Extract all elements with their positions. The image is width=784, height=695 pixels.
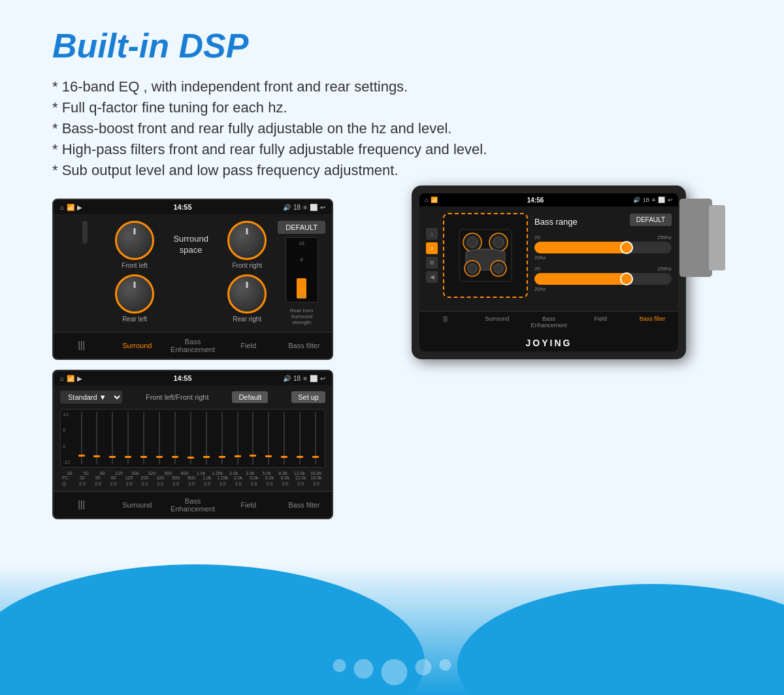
q-val-2: 2.0 <box>106 481 121 486</box>
screen1-right-icons: 🔊 18 ≡ ⬜ ↩ <box>283 204 325 211</box>
device-bracket <box>679 199 712 277</box>
bottom-dots <box>333 659 451 685</box>
knob-rear-left-dial[interactable] <box>115 274 154 314</box>
eq-fader-0[interactable] <box>74 412 89 464</box>
tab-field-1[interactable]: Field <box>221 332 276 359</box>
eq-preset-dropdown[interactable]: Standard ▼ <box>60 391 122 404</box>
d-tab-eq[interactable]: ||| <box>419 312 471 332</box>
knob-rear-right-dial[interactable] <box>227 274 267 314</box>
fc-label-15: 16.0k <box>308 471 323 476</box>
feature-2: * Full q-factor fine tuning for each hz. <box>52 99 745 116</box>
tab-bass-enhancement-2-label: BassEnhancement <box>171 497 215 513</box>
home-icon: ⌂ <box>60 204 64 211</box>
bass-nav-icons: ⌂ ♪ ⚙ ◀ <box>426 228 438 283</box>
eq-fader-1[interactable] <box>90 412 104 464</box>
svg-point-2 <box>467 237 478 248</box>
nav-icon-3[interactable]: ⚙ <box>426 257 438 268</box>
q-val-4: 2.0 <box>138 481 152 486</box>
d-tab-field[interactable]: Field <box>575 312 627 332</box>
tab-surround-1[interactable]: Surround <box>109 332 165 359</box>
fc-val-1: 50 <box>91 476 105 480</box>
screen1-tabs: ||| Surround BassEnhancement Field Bass … <box>54 332 332 359</box>
eq-fader-2[interactable] <box>105 412 120 464</box>
wifi-icon-2: 📶 <box>67 375 74 382</box>
knob-rear-right-label: Rear right <box>233 315 261 323</box>
eq-fader-9[interactable] <box>215 412 229 464</box>
fc-val-10: 2.0k <box>231 476 246 480</box>
eq-default-btn[interactable]: Default <box>232 391 268 403</box>
d-vol: 18 <box>643 197 649 203</box>
slider2-handle[interactable] <box>620 272 633 285</box>
eq-label-0: 0 <box>63 444 71 449</box>
eq-fader-8[interactable] <box>199 412 214 464</box>
bass-controls: Bass range DEFAULT 20 259hz <box>534 214 672 297</box>
default-button-1[interactable]: DEFAULT <box>278 221 325 234</box>
eq-fader-10[interactable] <box>231 412 245 464</box>
fc-val-4: 200 <box>138 476 152 480</box>
car-svg <box>453 223 518 288</box>
tab-bass-filter-1[interactable]: Bass filter <box>276 332 332 359</box>
tab-bass-filter-2[interactable]: Bass filter <box>276 492 332 518</box>
tab-field-1-label: Field <box>240 342 256 349</box>
eq-label-12: 12 <box>63 412 71 417</box>
knob-front-left-label: Front left <box>122 262 147 269</box>
tab-bass-filter-1-label: Bass filter <box>288 342 319 349</box>
vol-icon-2: 🔊 <box>283 375 291 382</box>
tab-field-2[interactable]: Field <box>221 492 276 518</box>
tab-eq-1[interactable]: ||| <box>54 332 109 359</box>
feature-3: * Bass-boost front and rear fully adjust… <box>52 120 745 137</box>
tab-bass-enhancement-1[interactable]: BassEnhancement <box>165 332 220 359</box>
menu-icon-2: ≡ <box>303 375 307 382</box>
nav-icon-1[interactable]: ⌂ <box>426 228 438 240</box>
q-val-0: 2.0 <box>75 481 90 486</box>
d-tab-bass-filter[interactable]: Bass filter <box>627 312 678 332</box>
device-time: 14:56 <box>527 197 544 204</box>
slider1-handle[interactable] <box>620 241 633 254</box>
eq-fader-3[interactable] <box>121 412 135 464</box>
screen1-time: 14:55 <box>173 203 191 211</box>
eq-setup-btn[interactable]: Set up <box>291 391 325 403</box>
bass-default-btn[interactable]: DEFAULT <box>630 214 672 226</box>
nav-icon-4[interactable]: ◀ <box>426 271 438 283</box>
tab-surround-2-label: Surround <box>122 501 152 509</box>
d-tab-surround[interactable]: Surround <box>471 312 523 332</box>
screen1-status-bar: ⌂ 📶 ▶ 14:55 🔊 18 ≡ ⬜ ↩ <box>54 200 332 214</box>
knob-front-left[interactable]: Front left <box>109 221 160 269</box>
slider2-fill <box>534 273 630 285</box>
slider1-track[interactable] <box>534 242 672 253</box>
eq-fader-4[interactable] <box>137 412 151 464</box>
eq-fader-7[interactable] <box>184 412 198 464</box>
d-menu-icon: ≡ <box>652 197 655 203</box>
tab-surround-2[interactable]: Surround <box>109 492 165 518</box>
d-tab-bass-enhancement[interactable]: BassEnhancement <box>523 312 574 332</box>
nav-icon-2[interactable]: ♪ <box>426 242 438 254</box>
eq-fader-15[interactable] <box>308 412 323 464</box>
dot-1 <box>333 659 346 672</box>
fc-val-6: 500 <box>169 476 183 480</box>
eq-fader-12[interactable] <box>261 412 276 464</box>
q-val-1: 2.0 <box>91 481 105 486</box>
eq-fader-14[interactable] <box>293 412 307 464</box>
knob-front-right[interactable]: Front right <box>221 221 272 269</box>
eq-fader-13[interactable] <box>277 412 291 464</box>
bass-screen-body: ⌂ ♪ ⚙ ◀ <box>419 206 678 311</box>
tab-eq-2[interactable]: ||| <box>54 492 109 518</box>
slider2-track[interactable] <box>534 273 672 285</box>
window-icon: ⬜ <box>310 204 318 211</box>
eq-fader-11[interactable] <box>246 412 261 464</box>
knob-front-right-dial[interactable] <box>227 221 267 260</box>
knob-rear-left[interactable]: Rear left <box>109 274 160 323</box>
tab-bass-enhancement-1-label: BassEnhancement <box>171 338 215 353</box>
eq-q-container: FC: 3050801252003205008001.0k1.25k2.0k3.… <box>60 476 325 480</box>
fc-label-5: 320 <box>144 471 159 476</box>
fc-label-2: 80 <box>95 471 110 476</box>
knob-front-left-dial[interactable] <box>115 221 154 260</box>
fc-val-8: 1.0k <box>200 476 214 480</box>
eq-faders-area <box>73 410 325 467</box>
eq-fader-5[interactable] <box>152 412 167 464</box>
tab-bass-enhancement-2[interactable]: BassEnhancement <box>165 492 220 518</box>
eq-screen-body: Standard ▼ Front left/Front right Defaul… <box>54 385 332 491</box>
eq-label-neg12: -12 <box>63 459 71 465</box>
eq-fader-6[interactable] <box>168 412 182 464</box>
knob-rear-right[interactable]: Rear right <box>221 274 272 323</box>
